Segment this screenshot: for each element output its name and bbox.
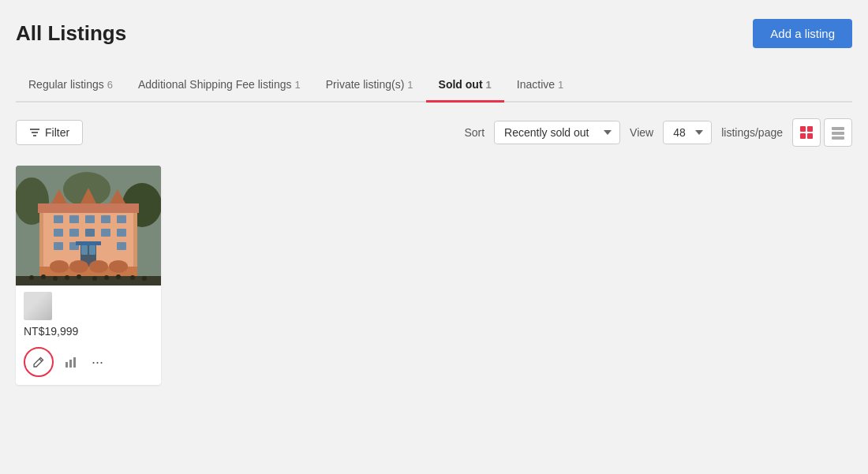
svg-point-43 (29, 275, 34, 280)
svg-rect-35 (89, 245, 95, 255)
svg-rect-24 (117, 215, 126, 223)
view-icons (792, 118, 852, 147)
svg-rect-53 (65, 362, 68, 368)
svg-rect-22 (85, 215, 95, 223)
tabs-row: Regular listings6Additional Shipping Fee… (16, 70, 852, 103)
tab-count: 1 (558, 79, 563, 91)
tab-regular[interactable]: Regular listings6 (16, 70, 125, 103)
filter-label: Filter (45, 126, 69, 139)
tab-label: Additional Shipping Fee listings (138, 78, 292, 91)
grid-view-button[interactable] (792, 118, 821, 147)
svg-rect-42 (16, 276, 161, 286)
svg-rect-23 (101, 215, 110, 223)
sort-label: Sort (464, 126, 485, 139)
svg-rect-7 (832, 127, 844, 130)
listing-thumb-row (24, 292, 153, 320)
svg-point-40 (89, 260, 108, 273)
tab-inactive[interactable]: Inactive1 (504, 70, 576, 103)
per-page-label: listings/page (721, 126, 783, 139)
svg-rect-6 (807, 133, 813, 139)
listing-actions: ··· (24, 342, 153, 380)
svg-point-47 (77, 274, 81, 279)
perpage-select[interactable]: 12244896 (663, 121, 712, 144)
svg-rect-25 (54, 229, 63, 237)
listing-card: NT$19,999 (16, 166, 161, 385)
tab-count: 1 (486, 79, 492, 91)
listing-price: NT$19,999 (24, 325, 153, 338)
add-listing-button[interactable]: Add a listing (753, 19, 852, 48)
filter-button[interactable]: Filter (16, 120, 83, 145)
tab-label: Sold out (439, 78, 483, 91)
svg-point-44 (41, 274, 46, 279)
tab-label: Inactive (517, 78, 555, 91)
tab-sold_out[interactable]: Sold out1 (426, 70, 504, 103)
svg-point-51 (130, 275, 135, 280)
svg-rect-34 (81, 245, 88, 255)
toolbar-right: Sort Recently sold outPrice: Low to High… (464, 118, 852, 147)
toolbar-row: Filter Sort Recently sold outPrice: Low … (16, 118, 852, 147)
svg-rect-29 (117, 229, 126, 237)
tab-additional[interactable]: Additional Shipping Fee listings1 (125, 70, 313, 103)
tab-label: Private listing(s) (326, 78, 405, 91)
svg-rect-28 (101, 229, 110, 237)
listing-info: NT$19,999 (16, 286, 161, 385)
filter-icon (29, 128, 40, 137)
tab-count: 1 (407, 79, 413, 91)
svg-point-38 (50, 260, 69, 273)
chart-icon (65, 356, 77, 368)
page-title: All Listings (16, 21, 126, 46)
svg-rect-4 (807, 126, 813, 132)
grid-icon (799, 125, 814, 140)
svg-rect-5 (800, 133, 806, 139)
list-view-button[interactable] (824, 118, 852, 147)
svg-rect-54 (69, 360, 72, 368)
tab-label: Regular listings (28, 78, 104, 91)
listing-image (16, 166, 161, 286)
svg-point-45 (53, 276, 58, 281)
tab-private[interactable]: Private listing(s)1 (313, 70, 426, 103)
svg-rect-21 (69, 215, 79, 223)
list-icon (831, 125, 845, 140)
pencil-icon (33, 356, 44, 368)
svg-point-48 (92, 276, 97, 281)
svg-rect-27 (85, 229, 95, 237)
svg-rect-8 (832, 132, 844, 135)
svg-rect-16 (38, 203, 139, 213)
svg-rect-32 (117, 242, 126, 250)
svg-point-52 (142, 276, 147, 281)
tab-count: 6 (107, 79, 113, 91)
svg-point-39 (69, 260, 88, 273)
edit-button[interactable] (24, 347, 54, 377)
svg-rect-26 (69, 229, 79, 237)
svg-point-50 (116, 274, 121, 279)
svg-rect-55 (73, 357, 76, 368)
svg-rect-20 (54, 215, 63, 223)
sort-select[interactable]: Recently sold outPrice: Low to HighPrice… (494, 121, 620, 144)
tab-count: 1 (295, 79, 301, 91)
stats-button[interactable] (60, 351, 82, 373)
svg-rect-36 (76, 241, 101, 245)
svg-point-49 (104, 275, 109, 280)
view-label: View (630, 126, 653, 139)
listing-thumbnail (24, 292, 52, 320)
more-options-button[interactable]: ··· (88, 354, 107, 371)
svg-rect-9 (832, 136, 844, 140)
svg-point-41 (109, 260, 128, 273)
svg-rect-3 (800, 126, 806, 132)
listings-grid: NT$19,999 (16, 166, 852, 385)
svg-rect-30 (54, 242, 63, 250)
svg-point-46 (65, 275, 69, 280)
